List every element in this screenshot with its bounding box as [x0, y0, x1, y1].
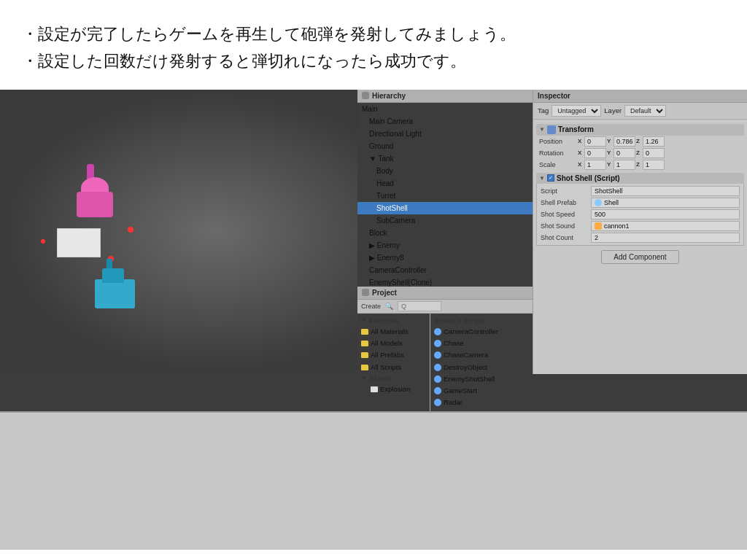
position-y[interactable]: 0.786 [614, 136, 635, 147]
project-left-panel: ▼ Favorites All Materials All Models All… [357, 314, 430, 411]
scale-x[interactable]: 1 [584, 160, 606, 170]
script-file-item[interactable]: CameraController [430, 326, 533, 338]
middle-panels: Hierarchy MainMain CameraDirectional Lig… [357, 90, 533, 411]
scale-z[interactable]: 1 [643, 160, 665, 170]
hierarchy-item[interactable]: ▼ Tank [357, 152, 533, 165]
hierarchy-item[interactable]: SubCamera [357, 214, 533, 227]
scene-view[interactable] [0, 90, 357, 374]
script-icon [434, 387, 441, 394]
shot-speed-value[interactable]: 500 [591, 209, 740, 219]
shot-sound-label: Shot Sound [541, 222, 588, 230]
rotation-x[interactable]: 0 [584, 148, 606, 158]
hierarchy-item[interactable]: CameraController [357, 264, 533, 276]
rotation-row: Rotation X0 Y0 Z0 [536, 147, 744, 159]
favorites-item[interactable]: All Prefabs [357, 349, 430, 361]
rotation-fields: X0 Y0 Z0 [578, 148, 665, 158]
shot-shell-section: ▼ Shot Shell (Script) Script ShotShell S… [536, 173, 744, 246]
create-button[interactable]: Create [361, 303, 381, 310]
script-file-item[interactable]: Radar [430, 397, 533, 408]
explosion-folder[interactable]: Explosion [357, 384, 430, 395]
transform-expand-icon: ▼ [539, 126, 545, 133]
bullet-dot-1 [128, 227, 133, 233]
hierarchy-list[interactable]: MainMain CameraDirectional LightGround▼ … [357, 103, 533, 287]
hierarchy-item[interactable]: Ground [357, 140, 533, 152]
inspector-title: Inspector [538, 92, 570, 100]
hierarchy-item[interactable]: ▶ Enemy [357, 239, 533, 252]
hierarchy-item[interactable]: ShotShell [357, 202, 533, 214]
favorites-item[interactable]: All Scripts [357, 362, 430, 373]
hierarchy-item[interactable]: Body [357, 165, 533, 177]
search-input[interactable]: Q [398, 301, 441, 311]
hierarchy-item[interactable]: Main [357, 103, 533, 115]
instruction-line-2: ・設定した回数だけ発射すると弾切れになったら成功です。 [22, 47, 725, 74]
rotation-label: Rotation [539, 149, 576, 157]
add-component-button[interactable]: Add Component [601, 250, 678, 264]
layer-select[interactable]: Default [624, 105, 666, 117]
script-icon [434, 328, 441, 335]
script-file-item[interactable]: EnemyShotShell [430, 373, 533, 385]
scale-fields: X1 Y1 Z1 [578, 160, 665, 170]
transform-icon [547, 125, 556, 134]
shot-speed-label: Shot Speed [541, 211, 588, 218]
shot-sound-value[interactable]: cannon1 [591, 221, 740, 231]
hierarchy-item[interactable]: Main Camera [357, 115, 533, 128]
shot-count-label: Shot Count [541, 234, 588, 241]
shot-sound-name: cannon1 [604, 222, 630, 230]
shot-speed-row: Shot Speed 500 [538, 209, 742, 220]
tag-label: Tag [538, 106, 549, 114]
white-block [57, 228, 101, 257]
sound-icon [595, 222, 602, 230]
cyan-tank [95, 279, 135, 308]
tag-select[interactable]: Untagged [551, 105, 601, 117]
script-icon [434, 364, 441, 371]
hierarchy-item[interactable]: ▶ Enemy8 [357, 252, 533, 264]
shot-speed-number: 500 [595, 211, 605, 218]
script-file-item[interactable]: DestroyObject [430, 362, 533, 373]
project-toolbar: Create 🔍 Q [357, 300, 533, 314]
scene-background [0, 90, 357, 374]
hierarchy-item[interactable]: Directional Light [357, 128, 533, 140]
project-right-panel: Assets > Scripts CameraController Chase … [430, 314, 533, 411]
project-section: Project Create 🔍 Q ▼ Favorites All Mater… [357, 287, 533, 411]
script-name: ShotShell [595, 187, 623, 195]
folder-icon [371, 386, 378, 392]
transform-section: ▼ Transform Position X0 Y0.786 Z1.26 Rot… [536, 124, 744, 171]
shell-prefab-label: Shell Prefab [541, 199, 588, 206]
bottom-area [0, 411, 747, 550]
project-content: ▼ Favorites All Materials All Models All… [357, 314, 533, 411]
script-icon [434, 376, 441, 383]
favorites-item[interactable]: All Models [357, 338, 430, 349]
scripts-section-title: Assets > Scripts [430, 316, 533, 326]
hierarchy-item[interactable]: Head [357, 177, 533, 190]
shot-shell-expand-icon: ▼ [539, 175, 545, 182]
text-section: ・設定が完了したらゲームを再生して砲弾を発射してみましょう。 ・設定した回数だけ… [0, 0, 747, 90]
hierarchy-item[interactable]: Block [357, 227, 533, 239]
rotation-y[interactable]: 0 [614, 148, 635, 158]
shell-prefab-icon [595, 199, 602, 206]
hierarchy-title: Hierarchy [372, 92, 406, 100]
shot-shell-enabled-checkbox[interactable] [547, 174, 554, 182]
shot-sound-row: Shot Sound cannon1 [538, 220, 742, 232]
layer-label: Layer [604, 106, 622, 114]
position-x[interactable]: 0 [584, 136, 606, 147]
scale-y[interactable]: 1 [614, 160, 635, 170]
rotation-z[interactable]: 0 [643, 148, 665, 158]
hierarchy-icon [362, 92, 369, 99]
unity-editor: Hierarchy MainMain CameraDirectional Lig… [0, 90, 747, 411]
hierarchy-item[interactable]: EnemyShell(Clone) [357, 276, 533, 287]
script-icon [434, 340, 441, 347]
folder-icon [361, 329, 368, 335]
folder-icon [361, 352, 368, 358]
cyan-tank-top [102, 268, 124, 283]
shot-shell-header: ▼ Shot Shell (Script) [536, 173, 744, 184]
favorites-item[interactable]: All Materials [357, 326, 430, 338]
position-z[interactable]: 1.26 [643, 136, 665, 147]
project-title: Project [372, 289, 397, 297]
hierarchy-item[interactable]: Turret [357, 190, 533, 202]
shell-prefab-value[interactable]: Shell [591, 198, 740, 208]
script-file-item[interactable]: Chase [430, 338, 533, 349]
assets-section-title: ▼ Assets [357, 373, 430, 384]
script-file-item[interactable]: GameStart [430, 385, 533, 397]
shot-count-value[interactable]: 2 [591, 233, 740, 243]
script-file-item[interactable]: ChaseCamera [430, 349, 533, 361]
